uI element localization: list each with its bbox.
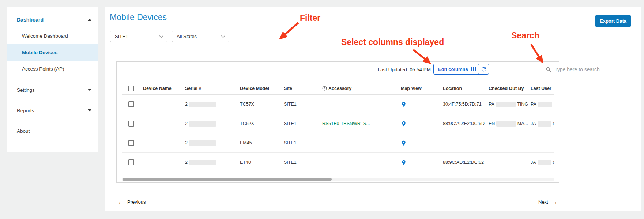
row-checkbox[interactable] <box>128 140 134 146</box>
cell-last-user: JA@ <box>528 160 554 165</box>
sidebar-item-welcome-dashboard[interactable]: Welcome Dashboard <box>7 28 98 44</box>
chevron-down-icon <box>88 109 91 112</box>
cell-serial: 2 <box>182 140 237 146</box>
cell-map-view <box>398 101 440 108</box>
map-pin-icon[interactable] <box>401 139 407 147</box>
annotation-search-label: Search <box>511 31 539 41</box>
map-pin-icon[interactable] <box>401 159 407 166</box>
site-filter-dropdown[interactable]: SITE1 <box>110 31 167 42</box>
cell-checked-out-by: PATING <box>486 102 528 107</box>
sidebar-item-mobile-devices[interactable]: Mobile Devices <box>7 44 98 61</box>
cell-map-view <box>398 159 440 166</box>
select-all-checkbox[interactable] <box>128 86 134 91</box>
sidebar-item-label: Reports <box>17 108 34 113</box>
cell-checked-out-by: ENMA... <box>486 121 528 127</box>
cell-location: 88:9C:AD:E2:DC:62 <box>440 160 486 165</box>
sidebar-item-label: Dashboard <box>17 17 44 23</box>
cell-map-view <box>398 139 440 147</box>
table-row: 2TC57XSITE130:4F:75:5D:7D:71PATINGPAG <box>122 95 554 114</box>
cell-device-model: ET40 <box>237 160 281 165</box>
cell-site: SITE1 <box>281 102 320 107</box>
redacted-text <box>538 121 551 127</box>
chevron-down-icon <box>88 89 91 91</box>
column-header[interactable]: Checked Out By <box>486 86 528 91</box>
redacted-text <box>496 102 516 107</box>
columns-icon <box>471 67 476 71</box>
edit-columns-label: Edit columns <box>438 67 468 72</box>
arrow-left-icon: ← <box>118 199 124 205</box>
sidebar-item-about[interactable]: About <box>7 121 98 140</box>
cell-site: SITE1 <box>281 121 320 126</box>
column-header[interactable]: Location <box>440 86 486 91</box>
table-row: 2TC52XSITE1RS51B0-TBSNWR_S...88:9C:AD:E2… <box>122 114 554 133</box>
svg-text:?: ? <box>324 87 325 90</box>
table-header-row: Device NameSerial #Device ModelSite?Acce… <box>122 82 554 95</box>
cell-last-user: JA@ <box>528 121 554 127</box>
sidebar-item-reports[interactable]: Reports <box>7 101 98 120</box>
annotation-filter-label: Filter <box>300 13 320 23</box>
search-input[interactable] <box>554 67 622 72</box>
cell-location: 30:4F:75:5D:7D:71 <box>440 102 486 107</box>
cell-site: SITE1 <box>281 160 320 165</box>
cell-accessory: RS51B0-TBSNWR_S... <box>320 121 398 126</box>
state-filter-dropdown[interactable]: All States <box>172 31 229 42</box>
refresh-button[interactable] <box>478 64 489 75</box>
previous-page-button[interactable]: ← Previous <box>118 199 146 205</box>
sidebar: Dashboard Welcome Dashboard Mobile Devic… <box>7 7 98 152</box>
cell-last-user: PAG <box>528 102 554 107</box>
search-field[interactable] <box>546 64 626 75</box>
horizontal-scrollbar[interactable] <box>122 178 554 181</box>
map-pin-icon[interactable] <box>401 120 407 128</box>
cell-map-view <box>398 120 440 128</box>
sidebar-item-access-points[interactable]: Access Points (AP) <box>7 61 98 77</box>
redacted-text <box>538 102 553 107</box>
redacted-text <box>189 102 216 107</box>
redacted-text <box>538 160 551 165</box>
edit-columns-button[interactable]: Edit columns <box>433 64 481 75</box>
redacted-text <box>189 140 216 146</box>
column-header[interactable]: Last User <box>528 86 554 91</box>
last-updated-text: Last Updated: 05:54 PM <box>366 67 431 72</box>
redacted-text <box>496 121 516 127</box>
help-icon: ? <box>322 86 327 91</box>
site-filter-value: SITE1 <box>115 34 128 39</box>
arrow-right-icon: → <box>551 199 558 205</box>
devices-table: Device NameSerial #Device ModelSite?Acce… <box>122 82 554 181</box>
row-checkbox[interactable] <box>128 101 134 107</box>
sidebar-item-label: Settings <box>17 87 35 93</box>
sidebar-item-label: About <box>17 128 30 134</box>
search-icon <box>546 67 551 72</box>
next-label: Next <box>538 199 548 205</box>
previous-label: Previous <box>127 199 146 205</box>
cell-serial: 2 <box>182 121 237 127</box>
column-header[interactable]: Device Name <box>140 86 182 91</box>
column-header[interactable]: Map View <box>398 86 440 91</box>
map-pin-icon[interactable] <box>401 101 407 108</box>
chevron-down-icon <box>221 35 225 38</box>
column-header[interactable]: ?Accessory <box>320 86 398 91</box>
cell-location: 88:9C:AD:E2:DC:6D <box>440 121 486 126</box>
chevron-down-icon <box>159 35 163 38</box>
scrollbar-thumb[interactable] <box>123 178 332 181</box>
redacted-text <box>189 121 216 127</box>
refresh-icon <box>481 66 487 72</box>
row-checkbox[interactable] <box>128 121 134 127</box>
page-title: Mobile Devices <box>110 12 167 22</box>
sidebar-item-dashboard[interactable]: Dashboard <box>7 12 98 28</box>
cell-site: SITE1 <box>281 140 320 146</box>
cell-device-model: TC52X <box>237 121 281 126</box>
chevron-up-icon <box>88 19 91 21</box>
sidebar-item-label: Mobile Devices <box>22 50 58 55</box>
accessory-link[interactable]: RS51B0-TBSNWR_S... <box>322 121 370 126</box>
export-data-button[interactable]: Export Data <box>595 15 631 27</box>
state-filter-value: All States <box>177 34 197 39</box>
column-header[interactable]: Device Model <box>237 86 281 91</box>
cell-serial: 2 <box>182 102 237 107</box>
row-checkbox[interactable] <box>128 159 134 165</box>
column-header[interactable]: Serial # <box>182 86 237 91</box>
cell-device-model: TC57X <box>237 102 281 107</box>
sidebar-item-settings[interactable]: Settings <box>7 80 98 99</box>
cell-device-model: EM45 <box>237 140 281 146</box>
column-header[interactable]: Site <box>281 86 320 91</box>
next-page-button[interactable]: Next → <box>538 199 558 205</box>
